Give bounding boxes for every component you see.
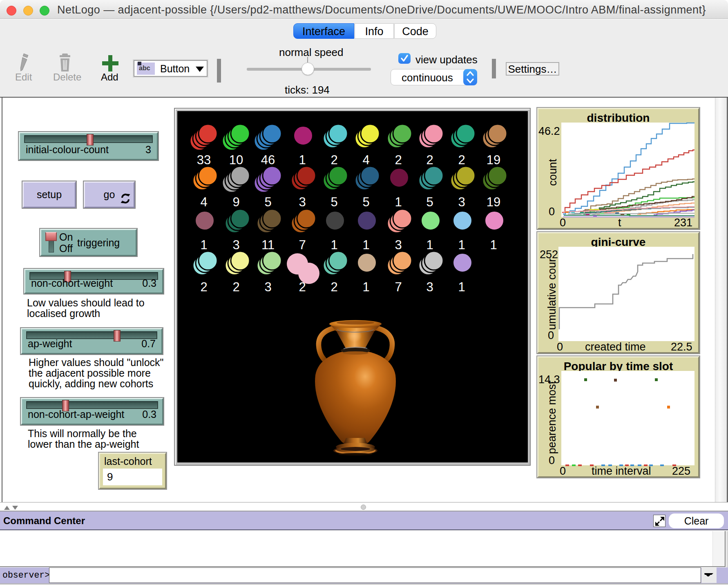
svg-text:2: 2 [426,153,433,167]
svg-text:1: 1 [458,238,465,252]
svg-text:1: 1 [299,153,306,167]
svg-text:1: 1 [331,238,337,252]
svg-text:3: 3 [264,280,271,294]
svg-text:1: 1 [458,280,465,294]
svg-text:3: 3 [232,238,239,252]
svg-text:2: 2 [232,280,239,294]
svg-text:33: 33 [197,153,211,167]
svg-text:3: 3 [299,195,306,209]
svg-text:46: 46 [261,153,275,167]
svg-text:1: 1 [490,238,497,252]
svg-text:5: 5 [264,195,271,209]
svg-text:2: 2 [331,153,337,167]
svg-text:7: 7 [395,280,402,294]
svg-text:7: 7 [299,238,306,252]
svg-text:4: 4 [200,195,207,209]
svg-text:1: 1 [362,238,369,252]
svg-text:19: 19 [487,153,500,167]
svg-text:10: 10 [229,153,243,167]
svg-text:5: 5 [331,195,337,209]
svg-text:2: 2 [200,280,207,294]
svg-text:2: 2 [395,153,402,167]
svg-text:11: 11 [261,238,275,252]
svg-text:2: 2 [299,280,306,294]
svg-text:5: 5 [426,195,433,209]
svg-text:1: 1 [395,195,402,209]
svg-text:9: 9 [232,195,239,209]
svg-text:3: 3 [458,195,465,209]
svg-text:1: 1 [426,238,433,252]
svg-text:3: 3 [426,280,433,294]
svg-text:19: 19 [487,195,500,209]
svg-text:4: 4 [362,153,369,167]
svg-text:1: 1 [200,238,207,252]
svg-text:2: 2 [458,153,465,167]
svg-text:3: 3 [395,238,402,252]
svg-text:1: 1 [362,280,369,294]
svg-text:5: 5 [362,195,369,209]
svg-text:2: 2 [331,280,337,294]
